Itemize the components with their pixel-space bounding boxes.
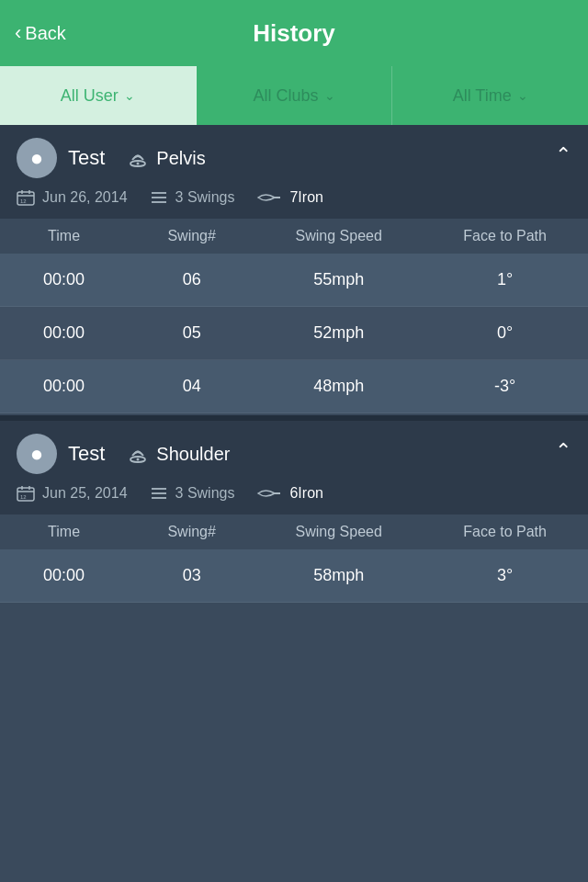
chevron-down-icon: ⌄ [124, 88, 135, 103]
back-label: Back [25, 23, 65, 44]
row2-swing: 05 [128, 323, 255, 343]
session-header-1: ● Test Pelvis ⌃ [0, 125, 588, 186]
table-row: 00:00 04 48mph -3° [0, 360, 588, 413]
session-club-value-1: 7Iron [289, 189, 322, 206]
session-club-value-2: 6Iron [289, 485, 322, 502]
table-row: 00:00 03 58mph 3° [0, 549, 588, 603]
list-icon-1 [150, 190, 168, 205]
col-header-speed-1: Swing Speed [255, 228, 422, 244]
user-icon-2: ● [30, 441, 44, 467]
col-header-swing-1: Swing# [128, 228, 255, 244]
session-location-2: Shoulder [127, 444, 230, 465]
session-location-name-1: Pelvis [156, 148, 205, 169]
club-icon-2 [256, 486, 282, 501]
sensor-icon-2 [127, 445, 149, 463]
col-header-speed-2: Swing Speed [255, 524, 422, 540]
expand-button-1[interactable]: ⌃ [555, 143, 571, 167]
svg-text:12: 12 [20, 198, 27, 204]
filter-all-clubs[interactable]: All Clubs ⌄ [197, 66, 393, 125]
col-header-face-1: Face to Path [422, 228, 588, 244]
col-header-face-2: Face to Path [422, 524, 588, 540]
row3-speed: 48mph [255, 377, 422, 396]
row1-speed: 55mph [255, 270, 422, 289]
session-date-2: 12 Jun 25, 2014 [17, 485, 128, 502]
session-swings-value-1: 3 Swings [175, 189, 235, 206]
row1-face: 1° [422, 270, 588, 289]
table-header-row-2: Time Swing# Swing Speed Face to Path [0, 514, 588, 549]
back-button[interactable]: ‹ Back [15, 21, 66, 45]
list-icon-2 [150, 486, 168, 501]
expand-button-2[interactable]: ⌃ [555, 439, 571, 463]
row2-time: 00:00 [0, 323, 128, 343]
session-card-2: ● Test Shoulder ⌃ 12 Jun 25, 2014 [0, 421, 588, 603]
session-club-1: 7Iron [256, 189, 322, 206]
session-club-2: 6Iron [256, 485, 322, 502]
session-meta-2: 12 Jun 25, 2014 3 Swings 6Iron [0, 481, 588, 514]
row3-time: 00:00 [0, 377, 128, 396]
table-row: 00:00 05 52mph 0° [0, 307, 588, 360]
svg-point-12 [137, 458, 140, 461]
session-card-1: ● Test Pelvis ⌃ 12 Jun 26, 2014 [0, 125, 588, 413]
session-user-name-1: Test [68, 146, 105, 170]
col-header-time-1: Time [0, 228, 128, 244]
filter-all-time[interactable]: All Time ⌄ [392, 66, 588, 125]
row1-time: 00:00 [0, 270, 128, 289]
calendar-icon-1: 12 [17, 189, 35, 206]
avatar-1: ● [17, 138, 57, 178]
swing-table-1: Time Swing# Swing Speed Face to Path 00:… [0, 219, 588, 413]
session-location-name-2: Shoulder [156, 444, 230, 465]
session-location-1: Pelvis [127, 148, 205, 169]
avatar-2: ● [17, 434, 57, 474]
row3-face: -3° [422, 377, 588, 396]
session-date-value-1: Jun 26, 2014 [42, 189, 128, 206]
filter-all-user[interactable]: All User ⌄ [0, 66, 197, 125]
svg-text:12: 12 [20, 494, 27, 500]
s2-row1-speed: 58mph [255, 566, 422, 585]
session-date-value-2: Jun 25, 2014 [42, 485, 128, 502]
page-title: History [253, 19, 335, 48]
row2-speed: 52mph [255, 323, 422, 343]
table-row: 00:00 06 55mph 1° [0, 254, 588, 307]
user-icon: ● [30, 145, 44, 171]
session-header-2: ● Test Shoulder ⌃ [0, 421, 588, 481]
calendar-icon-2: 12 [17, 485, 35, 502]
filter-bar: All User ⌄ All Clubs ⌄ All Time ⌄ [0, 66, 588, 125]
svg-point-1 [137, 163, 140, 165]
col-header-time-2: Time [0, 524, 128, 540]
filter-all-user-label: All User [61, 86, 119, 106]
session-swings-1: 3 Swings [150, 189, 235, 206]
s2-row1-face: 3° [422, 566, 588, 585]
back-chevron-icon: ‹ [15, 21, 21, 45]
s2-row1-swing: 03 [128, 566, 255, 585]
chevron-down-icon: ⌄ [517, 88, 528, 103]
s2-row1-time: 00:00 [0, 566, 128, 585]
chevron-down-icon: ⌄ [324, 88, 335, 103]
swing-table-2: Time Swing# Swing Speed Face to Path 00:… [0, 514, 588, 603]
row1-swing: 06 [128, 270, 255, 289]
header: ‹ Back History [0, 0, 588, 66]
row3-swing: 04 [128, 377, 255, 396]
session-date-1: 12 Jun 26, 2014 [17, 189, 128, 206]
sensor-icon-1 [127, 149, 149, 167]
session-swings-2: 3 Swings [150, 485, 235, 502]
col-header-swing-2: Swing# [128, 524, 255, 540]
filter-all-time-label: All Time [453, 86, 512, 106]
row2-face: 0° [422, 323, 588, 343]
session-swings-value-2: 3 Swings [175, 485, 235, 502]
filter-all-clubs-label: All Clubs [253, 86, 318, 106]
session-user-name-2: Test [68, 442, 105, 466]
session-meta-1: 12 Jun 26, 2014 3 Swings 7Iron [0, 186, 588, 219]
club-icon-1 [256, 190, 282, 205]
table-header-row-1: Time Swing# Swing Speed Face to Path [0, 219, 588, 254]
